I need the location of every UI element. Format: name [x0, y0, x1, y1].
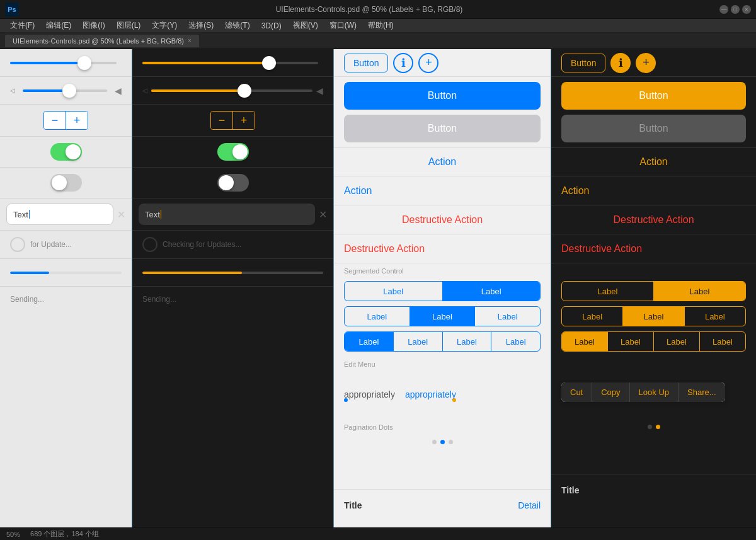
share-menu-item[interactable]: Share...	[679, 382, 725, 402]
stepper-increment[interactable]: +	[66, 112, 88, 129]
sending-text: Sending...	[10, 295, 44, 304]
selection-cursor-left	[344, 398, 348, 402]
seg-item-4a[interactable]: Label	[345, 332, 393, 351]
dot-2-active	[440, 440, 445, 444]
dark-seg-item-4b[interactable]: Label	[608, 332, 653, 351]
dark-slider-track-2[interactable]	[151, 89, 312, 92]
dark-seg-item-4c[interactable]: Label	[654, 332, 699, 351]
menu-image[interactable]: 图像(I)	[77, 19, 110, 32]
slider-row-1	[0, 49, 132, 77]
zoom-level: 50%	[6, 531, 20, 538]
seg-item-4c[interactable]: Label	[443, 332, 491, 351]
dark-toggle-thumb-off	[219, 175, 234, 190]
menu-select[interactable]: 选择(S)	[183, 19, 219, 32]
seg-item-2[interactable]: Label	[443, 282, 541, 301]
dark-seg-item-3b[interactable]: Label	[623, 307, 684, 326]
segmented-2-light: Label Label	[344, 281, 541, 301]
action-left-1[interactable]: Action	[334, 176, 551, 205]
menu-text[interactable]: 文字(Y)	[147, 19, 182, 32]
lookup-menu-item[interactable]: Look Up	[630, 382, 679, 402]
segmented-3-dark: Label Label Label	[561, 306, 746, 326]
text-cursor	[29, 210, 30, 219]
menu-3d[interactable]: 3D(D)	[256, 20, 287, 32]
dark-seg-item-3a[interactable]: Label	[562, 307, 622, 326]
text-input-light[interactable]: Text	[6, 204, 113, 225]
menu-filter[interactable]: 滤镜(T)	[220, 19, 255, 32]
nav-title-light: Title	[344, 500, 362, 510]
toggle-on[interactable]	[50, 143, 82, 161]
context-menu-dark: Cut Copy Look Up Share...	[561, 382, 725, 402]
primary-button-light[interactable]: Button	[344, 82, 541, 110]
destructive-action-2[interactable]: Destructive Action	[334, 234, 551, 263]
menu-edit[interactable]: 编辑(E)	[41, 19, 76, 32]
seg-item-4b[interactable]: Label	[394, 332, 442, 351]
seg-item-4d[interactable]: Label	[491, 332, 540, 351]
stepper-dark[interactable]: − +	[210, 111, 255, 130]
dark-text-input-value: Text	[145, 210, 160, 219]
text-approp-2: appropriately	[405, 389, 456, 399]
add-button-light[interactable]: +	[418, 53, 438, 73]
info-button-light[interactable]: ℹ	[393, 53, 413, 73]
slider-track-2[interactable]	[23, 89, 107, 92]
dark-destructive-action-2[interactable]: Destructive Action	[551, 234, 756, 263]
slider-track-1[interactable]	[10, 62, 117, 64]
secondary-button-dark[interactable]: Button	[561, 115, 746, 142]
minimize-button[interactable]: —	[719, 5, 728, 14]
stepper-light[interactable]: − +	[43, 111, 88, 130]
close-button[interactable]: ×	[742, 5, 751, 14]
dark-edit-menu-area: Cut Copy Look Up Share...	[551, 367, 756, 417]
menu-help[interactable]: 帮助(H)	[363, 19, 399, 32]
toggle-off[interactable]	[50, 174, 82, 192]
nav-detail-light[interactable]: Detail	[518, 500, 541, 510]
toggle-thumb-off	[52, 175, 67, 190]
info-button-dark[interactable]: ℹ	[610, 53, 631, 73]
destructive-action-1[interactable]: Destructive Action	[334, 205, 551, 234]
copy-menu-item[interactable]: Copy	[592, 382, 629, 402]
dark-action-centered-1[interactable]: Action	[551, 147, 756, 176]
secondary-button-light[interactable]: Button	[344, 115, 541, 142]
dark-toggle-on[interactable]	[217, 143, 249, 161]
cut-menu-item[interactable]: Cut	[561, 382, 592, 402]
document-tab[interactable]: UIElements-Controls.psd @ 50% (Labels + …	[5, 35, 199, 47]
primary-button-dark[interactable]: Button	[561, 82, 746, 110]
progress-bar-light	[10, 272, 122, 274]
dark-action-left-1[interactable]: Action	[551, 176, 756, 205]
dark-toggle-off[interactable]	[217, 174, 249, 192]
dark-clear-button[interactable]: ✕	[319, 209, 327, 221]
segmented-4-light: Label Label Label Label	[344, 331, 541, 352]
menu-file[interactable]: 文件(F)	[5, 19, 40, 32]
document-title: UIElements-Controls.psd @ 50% (Labels + …	[276, 5, 463, 14]
dark-stepper-increment[interactable]: +	[233, 112, 255, 129]
dark-dot-2-active	[656, 425, 660, 429]
toggle-row-1	[0, 137, 132, 168]
dark-stepper-decrement[interactable]: −	[211, 112, 232, 129]
seg-item-3a[interactable]: Label	[345, 307, 410, 326]
dark-toggle-row-1	[132, 137, 333, 168]
toolbar-button-light[interactable]: Button	[344, 54, 388, 72]
sending-row: Sending...	[0, 287, 132, 312]
pagination-section-label: Pagination Dots	[334, 420, 551, 432]
dark-seg-item-3c[interactable]: Label	[685, 307, 745, 326]
seg-item-3c[interactable]: Label	[475, 307, 540, 326]
menu-layer[interactable]: 图层(L)	[112, 19, 146, 32]
stepper-decrement[interactable]: −	[44, 112, 66, 129]
menu-window[interactable]: 窗口(W)	[324, 19, 362, 32]
text-input-dark[interactable]: Text	[139, 204, 315, 225]
seg-item-3b[interactable]: Label	[410, 307, 475, 326]
dark-seg-item-2[interactable]: Label	[654, 282, 745, 301]
toolbar-button-dark[interactable]: Button	[561, 54, 605, 72]
dot-1	[432, 440, 437, 444]
add-button-dark[interactable]: +	[636, 53, 656, 73]
dark-slider-row-2: ◁ ◀	[132, 77, 333, 105]
dark-slider-track-1[interactable]	[142, 62, 318, 64]
menu-view[interactable]: 视图(V)	[288, 19, 323, 32]
dark-seg-item-4d[interactable]: Label	[700, 332, 745, 351]
action-centered-1[interactable]: Action	[334, 147, 551, 176]
clear-button[interactable]: ✕	[117, 209, 125, 221]
maximize-button[interactable]: □	[731, 5, 740, 14]
tab-close-button[interactable]: ×	[188, 37, 192, 44]
dark-seg-item-1[interactable]: Label	[562, 282, 653, 301]
dark-seg-item-4a[interactable]: Label	[562, 332, 607, 351]
dark-destructive-action-1[interactable]: Destructive Action	[551, 205, 756, 234]
seg-item-1[interactable]: Label	[345, 282, 442, 301]
